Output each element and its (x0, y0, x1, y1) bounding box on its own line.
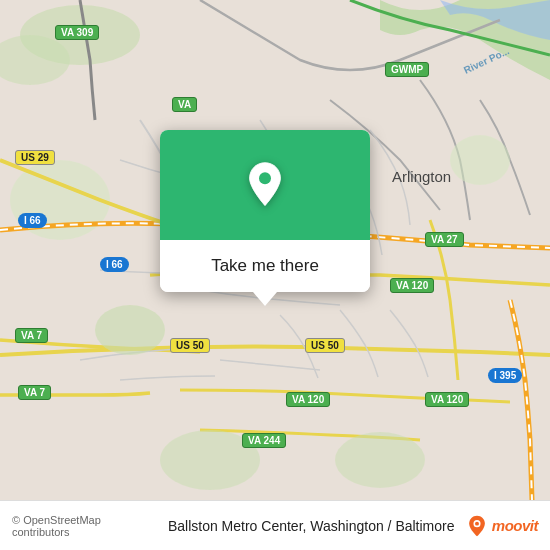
road-badge-va7-upper: VA 7 (15, 328, 48, 343)
road-badge-i66-center: I 66 (100, 257, 129, 272)
popup-card: Take me there (160, 130, 370, 292)
road-badge-va120-right: VA 120 (390, 278, 434, 293)
take-me-there-button[interactable]: Take me there (176, 252, 354, 280)
road-badge-va27: VA 27 (425, 232, 464, 247)
svg-point-8 (259, 172, 271, 184)
svg-point-6 (335, 432, 425, 488)
road-badge-us50-right: US 50 (305, 338, 345, 353)
copyright-text: © OpenStreetMap contributors (12, 514, 157, 538)
road-badge-va244: VA 244 (242, 433, 286, 448)
road-badge-va309: VA 309 (55, 25, 99, 40)
road-badge-i395: I 395 (488, 368, 522, 383)
location-title: Ballston Metro Center, Washington / Balt… (167, 518, 456, 534)
svg-point-7 (450, 135, 510, 185)
road-badge-va120-lower-mid: VA 120 (286, 392, 330, 407)
road-badge-va: VA (172, 97, 197, 112)
moovit-logo: moovit (466, 515, 538, 537)
road-badge-gwmp: GWMP (385, 62, 429, 77)
road-badge-va120-lower-right: VA 120 (425, 392, 469, 407)
road-badge-i66-left: I 66 (18, 213, 47, 228)
bottom-bar: © OpenStreetMap contributors Ballston Me… (0, 500, 550, 550)
road-badge-va7-lower: VA 7 (18, 385, 51, 400)
svg-point-4 (95, 305, 165, 355)
moovit-pin-icon (466, 515, 488, 537)
map-container: VA 309 US 29 I 66 I 66 VA GWMP VA 120 VA… (0, 0, 550, 500)
svg-point-10 (475, 521, 479, 525)
popup-green-area (160, 130, 370, 240)
location-pin-icon (241, 161, 289, 209)
road-badge-us29: US 29 (15, 150, 55, 165)
road-badge-us50-left: US 50 (170, 338, 210, 353)
popup-button-area: Take me there (160, 240, 370, 292)
moovit-text: moovit (492, 517, 538, 534)
